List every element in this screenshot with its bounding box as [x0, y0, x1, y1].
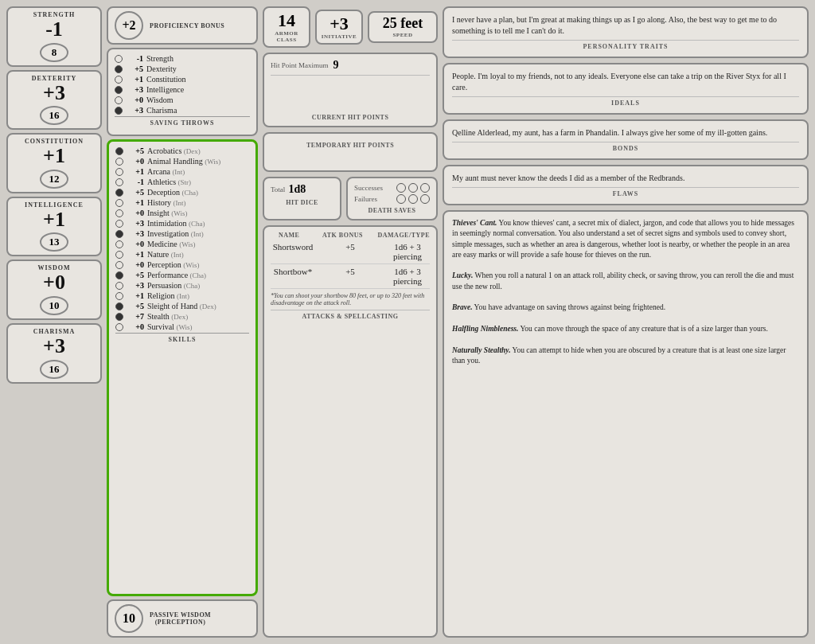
saving-throws-box: -1 Strength +5 Dexterity +1 Constitution…: [107, 48, 258, 136]
attack-damage: 1d6 + 3 piercing: [385, 267, 430, 286]
ability-mod-constitution: +1: [43, 145, 65, 168]
attack-bonus: +5: [318, 267, 382, 286]
skill-indicator: [115, 240, 123, 248]
proficiency-bonus-value: +2: [115, 11, 143, 40]
failure-circle-3[interactable]: [420, 194, 430, 204]
skill-value: +0: [127, 240, 144, 248]
skill-name: Religion (Int): [147, 291, 189, 300]
ability-mod-dexterity: +3: [43, 82, 65, 105]
skill-indicator: [115, 158, 123, 166]
skill-value: +1: [127, 291, 144, 300]
feature-title: Naturally Stealthy.: [452, 346, 511, 354]
saving-throw-indicator: [115, 86, 123, 94]
attack-damage: 1d6 + 3 piercing: [385, 242, 430, 261]
skill-value: +5: [127, 271, 144, 279]
skill-name: Insight (Wis): [147, 209, 187, 217]
skill-name: Arcana (Int): [147, 167, 185, 176]
attack-name: Shortsword: [271, 242, 315, 261]
bonds-text: Qelline Alderlead, my aunt, has a farm i…: [452, 127, 799, 139]
skill-row: +0 Survival (Wis): [115, 322, 249, 331]
skill-name: Nature (Int): [147, 250, 184, 259]
skill-indicator: [115, 313, 123, 321]
saving-throw-row: +3 Intelligence: [115, 85, 250, 94]
skill-value: +3: [127, 219, 144, 228]
saving-throw-row: +0 Wisdom: [115, 96, 250, 104]
hit-dice-box: Total 1d8 Hit Dice: [263, 177, 341, 221]
skill-name: Survival (Wis): [147, 322, 193, 331]
features-box: Thieves' Cant. You know thieves' cant, a…: [443, 210, 809, 638]
skill-indicator: [115, 292, 123, 300]
success-circle-2[interactable]: [408, 183, 418, 193]
skill-row: +0 Animal Handling (Wis): [115, 157, 249, 166]
skill-indicator: [115, 147, 123, 155]
skill-indicator: [115, 271, 123, 279]
saving-throw-value: +5: [126, 64, 143, 73]
failure-circles: [396, 194, 430, 204]
attacks-col-name: Name: [271, 232, 308, 239]
saving-throw-indicator: [115, 76, 123, 84]
success-circle-3[interactable]: [420, 183, 430, 193]
personality-traits-label: Personality Traits: [452, 40, 799, 50]
feature-text: You have advantage on saving throws agai…: [473, 303, 665, 311]
current-hp-area[interactable]: [271, 79, 430, 111]
attack-name: Shortbow*: [271, 267, 315, 286]
failure-circle-2[interactable]: [408, 194, 418, 204]
ability-scores-column: STRENGTH -1 8 DEXTERITY +3 16 CONSTITUTI…: [6, 6, 102, 638]
saving-throw-name: Constitution: [146, 75, 185, 84]
flaws-label: Flaws: [452, 187, 799, 197]
skill-value: +3: [127, 229, 144, 238]
skill-row: +1 Arcana (Int): [115, 167, 249, 176]
ideals-label: Ideals: [452, 96, 799, 107]
ability-score-constitution: 12: [40, 170, 68, 189]
saving-throws-label: Saving Throws: [115, 116, 250, 127]
skill-value: +1: [127, 167, 144, 176]
skill-row: +0 Perception (Wis): [115, 260, 249, 269]
saving-throw-name: Dexterity: [146, 64, 177, 73]
ability-mod-intelligence: +1: [43, 209, 65, 232]
skill-name: Perception (Wis): [147, 260, 199, 269]
saving-throw-row: +3 Charisma: [115, 106, 250, 115]
skill-value: +5: [127, 302, 144, 310]
success-circle-1[interactable]: [396, 183, 406, 193]
saving-throw-name: Charisma: [146, 106, 177, 115]
attacks-col-dmg: Damage/Type: [378, 232, 431, 239]
feature-title: Lucky.: [452, 271, 473, 279]
speed-label: Speed: [392, 32, 412, 38]
skill-indicator: [115, 251, 123, 259]
temp-hp-label: Temporary Hit Points: [271, 142, 430, 149]
skill-row: +1 Religion (Int): [115, 291, 249, 300]
ability-mod-charisma: +3: [43, 335, 65, 358]
feature-title: Thieves' Cant.: [452, 219, 497, 227]
skill-row: +1 Nature (Int): [115, 250, 249, 259]
skill-indicator: [115, 168, 123, 176]
features-text: Thieves' Cant. You know thieves' cant, a…: [452, 218, 799, 366]
saving-throw-value: +0: [126, 96, 143, 104]
attacks-header: Name ATK Bonus Damage/Type: [271, 232, 430, 239]
skills-box: +5 Acrobatics (Dex) +0 Animal Handling (…: [107, 139, 258, 596]
attacks-box: Name ATK Bonus Damage/Type Shortsword +5…: [263, 225, 438, 638]
skill-value: +5: [127, 188, 144, 197]
saving-throw-value: +1: [126, 75, 143, 84]
speed-stat: 25 feet Speed: [368, 11, 438, 43]
skill-value: +5: [127, 146, 144, 155]
initiative-stat: +3 Initiative: [315, 10, 363, 45]
skill-name: Acrobatics (Dex): [147, 146, 201, 155]
feature-title: Halfling Nimbleness.: [452, 325, 518, 333]
skill-indicator: [115, 209, 123, 217]
skill-name: Deception (Cha): [147, 188, 198, 197]
ability-card-intelligence: INTELLIGENCE +1 13: [6, 197, 102, 257]
saving-throw-value: +3: [126, 85, 143, 94]
passive-wisdom-box: 10 Passive Wisdom (Perception): [107, 599, 258, 638]
armor-class-label: Armor Class: [275, 30, 298, 43]
combat-column: 14 Armor Class +3 Initiative 25 feet Spe…: [263, 6, 438, 638]
skills-label: Skills: [115, 333, 249, 343]
skill-name: Stealth (Dex): [147, 312, 188, 321]
ability-card-wisdom: WISDOM +0 10: [6, 260, 102, 320]
bonds-box: Qelline Alderlead, my aunt, has a farm i…: [443, 119, 809, 160]
successes-label: Successes: [354, 184, 394, 192]
skill-name: Intimidation (Cha): [147, 219, 205, 228]
failure-circle-1[interactable]: [396, 194, 406, 204]
passive-wisdom-value: 10: [115, 604, 143, 633]
saving-throw-indicator: [115, 55, 123, 63]
saving-throw-name: Strength: [146, 54, 174, 63]
